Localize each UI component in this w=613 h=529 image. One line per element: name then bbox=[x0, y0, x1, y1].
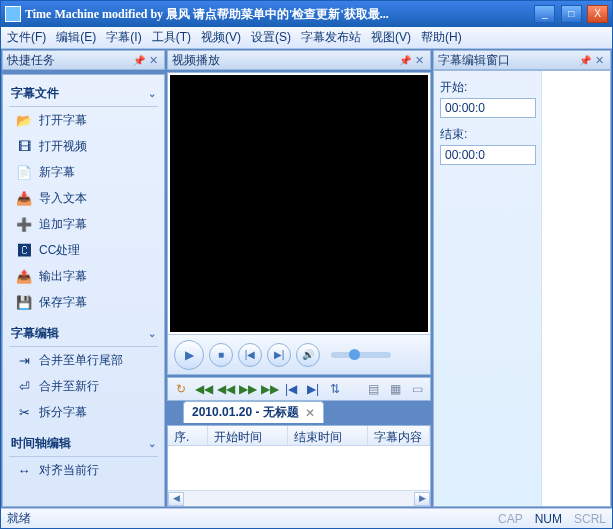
section-timeline-edit[interactable]: 时间轴编辑 ⌄ bbox=[9, 431, 158, 457]
task-new-subtitle[interactable]: 📄新字幕 bbox=[9, 159, 158, 185]
status-text: 就绪 bbox=[7, 510, 31, 527]
chevron-icon: ⌄ bbox=[148, 328, 156, 339]
task-open-video[interactable]: 🎞打开视频 bbox=[9, 133, 158, 159]
tab-close-icon[interactable]: ✕ bbox=[305, 406, 315, 420]
subtitle-text-area[interactable] bbox=[542, 71, 610, 506]
close-panel-icon[interactable]: ✕ bbox=[413, 54, 426, 67]
menu-edit[interactable]: 编辑(E) bbox=[56, 29, 96, 46]
menu-file[interactable]: 文件(F) bbox=[7, 29, 46, 46]
prev-button[interactable]: |◀ bbox=[238, 343, 262, 367]
play-button[interactable]: ▶ bbox=[174, 340, 204, 370]
cap-indicator: CAP bbox=[498, 512, 523, 526]
titlebar: Time Machine modified by 晨风 请点帮助菜单中的'检查更… bbox=[1, 1, 612, 27]
task-append-subtitle[interactable]: ➕追加字幕 bbox=[9, 211, 158, 237]
scrl-indicator: SCRL bbox=[574, 512, 606, 526]
right-panel-title: 字幕编辑窗口 bbox=[438, 52, 510, 69]
end-input[interactable] bbox=[440, 145, 536, 165]
refresh-icon[interactable]: ↻ bbox=[173, 382, 189, 396]
pin-icon[interactable]: 📌 bbox=[397, 55, 413, 66]
stop-button[interactable]: ■ bbox=[209, 343, 233, 367]
volume-slider[interactable] bbox=[331, 352, 391, 358]
subtitle-toolbar: ↻ ◀◀ ◀◀ ▶▶ ▶▶ |◀ ▶| ⇅ ▤ ▦ ▭ bbox=[167, 377, 431, 401]
section-subtitle-edit[interactable]: 字幕编辑 ⌄ bbox=[9, 321, 158, 347]
player-controls: ▶ ■ |◀ ▶| 🔊 bbox=[168, 334, 430, 374]
video-panel-title: 视频播放 bbox=[172, 52, 220, 69]
grid-icon[interactable]: ▦ bbox=[387, 382, 403, 396]
right-panel-header: 字幕编辑窗口 📌 ✕ bbox=[433, 50, 611, 70]
new-file-icon: 📄 bbox=[15, 163, 33, 181]
task-open-subtitle[interactable]: 📂打开字幕 bbox=[9, 107, 158, 133]
merge-new-icon: ⏎ bbox=[15, 377, 33, 395]
forward-icon[interactable]: ▶▶ bbox=[239, 382, 255, 396]
start-label: 开始: bbox=[440, 79, 535, 96]
section-subtitle-files[interactable]: 字幕文件 ⌄ bbox=[9, 81, 158, 107]
menubar: 文件(F) 编辑(E) 字幕(I) 工具(T) 视频(V) 设置(S) 字幕发布… bbox=[1, 27, 612, 49]
fast-rewind-icon[interactable]: ◀◀ bbox=[195, 382, 211, 396]
next-button[interactable]: ▶| bbox=[267, 343, 291, 367]
menu-view[interactable]: 视图(V) bbox=[371, 29, 411, 46]
scroll-right-icon[interactable]: ▶ bbox=[414, 492, 430, 506]
video-canvas[interactable] bbox=[170, 75, 428, 332]
split-icon: ✂ bbox=[15, 403, 33, 421]
subtitle-table: 序. 开始时间 结束时间 字幕内容 ◀ ▶ bbox=[167, 425, 431, 507]
col-start[interactable]: 开始时间 bbox=[208, 426, 288, 445]
menu-settings[interactable]: 设置(S) bbox=[251, 29, 291, 46]
close-button[interactable]: X bbox=[587, 5, 608, 23]
statusbar: 就绪 CAP NUM SCRL bbox=[1, 508, 612, 528]
import-icon: 📥 bbox=[15, 189, 33, 207]
maximize-button[interactable]: □ bbox=[561, 5, 582, 23]
scroll-left-icon[interactable]: ◀ bbox=[168, 492, 184, 506]
menu-subtitle[interactable]: 字幕(I) bbox=[106, 29, 141, 46]
task-merge-newline[interactable]: ⏎合并至新行 bbox=[9, 373, 158, 399]
table-body[interactable] bbox=[168, 446, 430, 490]
rewind-icon[interactable]: ◀◀ bbox=[217, 382, 233, 396]
tab-label: 2010.01.20 - 无标题 bbox=[192, 404, 299, 421]
left-panel-title: 快捷任务 bbox=[7, 52, 55, 69]
end-label: 结束: bbox=[440, 126, 535, 143]
append-icon: ➕ bbox=[15, 215, 33, 233]
open-video-icon: 🎞 bbox=[15, 137, 33, 155]
menu-tools[interactable]: 工具(T) bbox=[152, 29, 191, 46]
open-subtitle-icon: 📂 bbox=[15, 111, 33, 129]
task-save-subtitle[interactable]: 💾保存字幕 bbox=[9, 289, 158, 315]
chevron-icon: ⌄ bbox=[148, 88, 156, 99]
pin-icon[interactable]: 📌 bbox=[131, 55, 147, 66]
num-indicator: NUM bbox=[535, 512, 562, 526]
chevron-icon: ⌄ bbox=[148, 438, 156, 449]
close-panel-icon[interactable]: ✕ bbox=[147, 54, 160, 67]
align-icon: ↔ bbox=[15, 461, 33, 479]
card-icon[interactable]: ▭ bbox=[409, 382, 425, 396]
close-panel-icon[interactable]: ✕ bbox=[593, 54, 606, 67]
step-back-icon[interactable]: |◀ bbox=[283, 382, 299, 396]
step-fwd-icon[interactable]: ▶| bbox=[305, 382, 321, 396]
document-tab[interactable]: 2010.01.20 - 无标题 ✕ bbox=[183, 401, 324, 423]
task-pane: 字幕文件 ⌄ 📂打开字幕 🎞打开视频 📄新字幕 📥导入文本 ➕追加字幕 🅲CC处… bbox=[2, 74, 165, 507]
task-export-subtitle[interactable]: 📤输出字幕 bbox=[9, 263, 158, 289]
h-scrollbar[interactable]: ◀ ▶ bbox=[168, 490, 430, 506]
task-split-subtitle[interactable]: ✂拆分字幕 bbox=[9, 399, 158, 425]
col-index[interactable]: 序. bbox=[168, 426, 208, 445]
cc-icon: 🅲 bbox=[15, 241, 33, 259]
menu-video[interactable]: 视频(V) bbox=[201, 29, 241, 46]
swap-icon[interactable]: ⇅ bbox=[327, 382, 343, 396]
task-cc-process[interactable]: 🅲CC处理 bbox=[9, 237, 158, 263]
task-merge-tail[interactable]: ⇥合并至单行尾部 bbox=[9, 347, 158, 373]
task-import-text[interactable]: 📥导入文本 bbox=[9, 185, 158, 211]
menu-publish[interactable]: 字幕发布站 bbox=[301, 29, 361, 46]
volume-button[interactable]: 🔊 bbox=[296, 343, 320, 367]
save-icon: 💾 bbox=[15, 293, 33, 311]
task-align-current[interactable]: ↔对齐当前行 bbox=[9, 457, 158, 483]
app-icon bbox=[5, 6, 21, 22]
minimize-button[interactable]: _ bbox=[534, 5, 555, 23]
pin-icon[interactable]: 📌 bbox=[577, 55, 593, 66]
list-icon[interactable]: ▤ bbox=[365, 382, 381, 396]
col-end[interactable]: 结束时间 bbox=[288, 426, 368, 445]
col-content[interactable]: 字幕内容 bbox=[368, 426, 430, 445]
start-input[interactable] bbox=[440, 98, 536, 118]
window-title: Time Machine modified by 晨风 请点帮助菜单中的'检查更… bbox=[25, 6, 532, 23]
menu-help[interactable]: 帮助(H) bbox=[421, 29, 462, 46]
merge-tail-icon: ⇥ bbox=[15, 351, 33, 369]
left-panel-header: 快捷任务 📌 ✕ bbox=[2, 50, 165, 70]
fast-forward-icon[interactable]: ▶▶ bbox=[261, 382, 277, 396]
video-panel-header: 视频播放 📌 ✕ bbox=[167, 50, 431, 70]
